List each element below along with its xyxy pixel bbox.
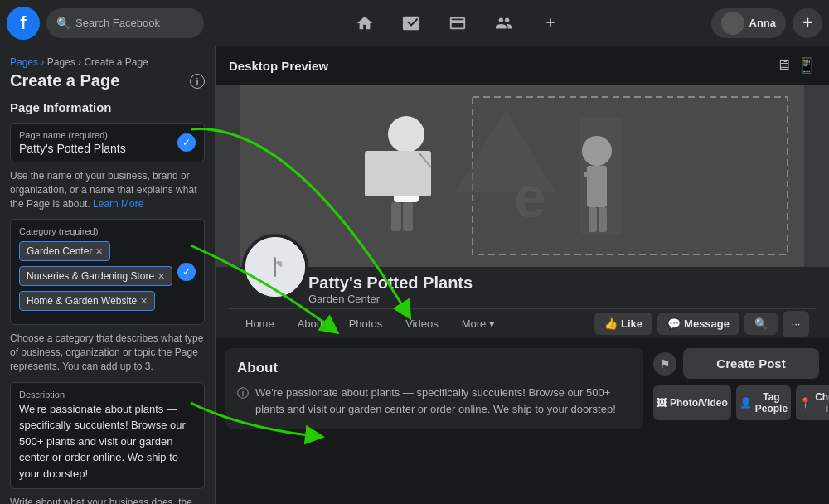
description-value: We're passionate about plants — specific… [19,401,196,482]
user-account-button[interactable]: Anna [711,8,787,38]
nav-home-icon[interactable] [345,8,385,38]
breadcrumb-pages[interactable]: Pages [10,56,38,68]
right-panel: Desktop Preview 🖥 📱 [216,46,829,504]
desktop-icon[interactable]: 🖥 [776,56,791,75]
about-row: ⓘ We're passionate about plants — specif… [237,385,632,417]
about-card: About ⓘ We're passionate about plants — … [225,348,643,429]
location-icon: 📍 [799,397,812,409]
preview-device-icons: 🖥 📱 [776,56,816,75]
preview-page-name: Patty's Potted Plants [308,274,816,293]
search-input[interactable] [75,17,191,29]
svg-rect-5 [391,202,401,231]
create-post-row: ⚑ Create Post [653,348,819,379]
svg-rect-6 [403,202,413,231]
main-layout: Pages › Pages › Create a Page Create a P… [0,46,829,504]
page-name-display: Patty's Potted Plants Garden Center [229,267,816,315]
about-card-title: About [237,360,632,376]
remove-tag-icon[interactable]: ✕ [140,296,148,307]
search-bar[interactable]: 🔍 [46,8,204,38]
search-page-button[interactable]: 🔍 [744,313,778,335]
like-button[interactable]: 👍 Like [594,313,652,335]
tag-people-button[interactable]: 👤 Tag People [736,385,791,420]
message-button[interactable]: 💬 Message [657,313,739,335]
preview-page-category: Garden Center [308,293,816,305]
message-icon: 💬 [667,317,681,330]
svg-text:e: e [514,165,546,230]
page-name-field[interactable]: Page name (required) Patty's Potted Plan… [10,123,205,162]
svg-rect-7 [365,151,431,196]
section-label: Page Information [10,100,205,114]
breadcrumb: Pages › Pages › Create a Page [10,56,205,68]
category-tag-home[interactable]: Home & Garden Website ✕ [19,291,155,311]
tag-icon: 👤 [739,397,752,409]
top-navigation: f 🔍 Anna + [0,0,829,46]
photo-video-button[interactable]: 🖼 Photo/Video [653,385,731,420]
preview-title: Desktop Preview [229,59,328,73]
left-panel: Pages › Pages › Create a Page Create a P… [0,46,216,504]
photo-icon: 🖼 [657,397,667,409]
page-name-check-icon: ✓ [177,133,196,152]
category-tag-garden[interactable]: Garden Center ✕ [19,241,110,261]
actions-card: ⚑ Create Post 🖼 Photo/Video 👤 Tag People… [653,348,819,429]
category-tags: Garden Center ✕ Nurseries & Gardening St… [19,241,196,311]
remove-tag-icon[interactable]: ✕ [158,271,165,282]
svg-rect-15 [580,118,622,234]
avatar [721,12,744,35]
profile-pic-inner [245,237,305,297]
category-helper: Choose a category that describes what ty… [10,332,205,373]
page-name-value: Patty's Potted Plants [19,142,196,155]
page-name-helper: Use the name of your business, brand or … [10,169,205,211]
nav-groups-icon[interactable] [484,8,524,38]
nav-gaming-icon[interactable] [531,8,570,38]
nav-icons [204,8,711,38]
category-label: Category (required) [19,226,196,236]
info-circle-icon: ⓘ [237,386,249,401]
media-action-row: 🖼 Photo/Video 👤 Tag People 📍 Check in [653,385,819,420]
description-field[interactable]: Description We're passionate about plant… [10,382,205,490]
svg-rect-17 [274,257,276,277]
svg-point-2 [388,116,424,153]
nav-watch-icon[interactable] [391,8,431,38]
facebook-logo[interactable]: f [7,7,40,40]
cover-photo: e [216,85,829,267]
mobile-icon[interactable]: 📱 [797,56,816,75]
learn-more-link[interactable]: Learn More [93,198,143,210]
page-flag-icon: ⚑ [653,352,676,376]
preview-header: Desktop Preview 🖥 📱 [216,46,829,85]
nav-right: Anna + [711,8,823,38]
like-icon: 👍 [604,317,618,330]
chevron-down-icon: ▾ [489,317,495,330]
check-in-button[interactable]: 📍 Check in [796,385,829,420]
description-helper: Write about what your business does, the… [10,496,205,504]
create-post-button[interactable]: Create Post [683,348,819,379]
description-label: Description [19,390,196,400]
nav-marketplace-icon[interactable] [438,8,478,38]
category-tag-nurseries[interactable]: Nurseries & Gardening Store ✕ [19,266,172,286]
category-field[interactable]: Category (required) ✓ Garden Center ✕ Nu… [10,219,205,325]
category-check-icon: ✓ [177,263,196,281]
search-icon: 🔍 [56,17,70,30]
remove-tag-icon[interactable]: ✕ [95,246,103,257]
add-button[interactable]: + [793,8,822,38]
content-area: About ⓘ We're passionate about plants — … [216,338,829,439]
breadcrumb-separator: › [41,56,46,68]
page-name-label: Page name (required) [19,130,196,140]
page-info-section: Patty's Potted Plants Garden Center Home… [216,267,829,338]
breadcrumb-create[interactable]: Pages › Create a Page [47,56,148,68]
info-icon[interactable]: i [190,74,205,89]
profile-picture [242,234,308,300]
page-title: Create a Page i [10,71,205,90]
about-text: We're passionate about plants — specific… [255,385,632,417]
